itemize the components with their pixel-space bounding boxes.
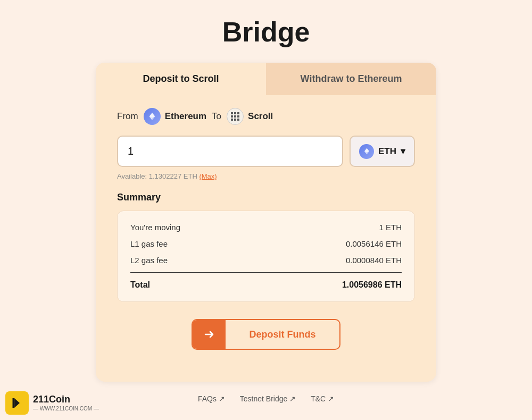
logo-url: — WWW.211COIN.COM — xyxy=(33,406,99,412)
summary-row-l2gas: L2 gas fee 0.0000840 ETH xyxy=(130,256,402,265)
faq-link[interactable]: FAQs ↗ xyxy=(198,394,225,403)
testnet-bridge-link[interactable]: Testnet Bridge ↗ xyxy=(240,394,296,403)
token-label: ETH xyxy=(378,146,396,157)
deposit-button-label: Deposit Funds xyxy=(226,321,339,349)
logo-icon xyxy=(5,391,29,415)
from-to-row: From Ethereum To xyxy=(117,108,415,125)
summary-moving-value: 1 ETH xyxy=(379,223,402,232)
summary-moving-label: You're moving xyxy=(130,223,180,232)
chevron-down-icon: ▾ xyxy=(401,146,405,157)
amount-input[interactable] xyxy=(117,136,343,167)
summary-title: Summary xyxy=(117,192,415,203)
ethereum-icon xyxy=(144,108,161,125)
tnc-link[interactable]: T&C ↗ xyxy=(311,394,334,403)
summary-row-l1gas: L1 gas fee 0.0056146 ETH xyxy=(130,239,402,248)
scroll-icon xyxy=(227,108,244,125)
logo-name: 211Coin xyxy=(33,394,99,406)
svg-marker-6 xyxy=(14,398,20,408)
summary-divider xyxy=(130,272,402,273)
footer-links: FAQs ↗ Testnet Bridge ↗ T&C ↗ xyxy=(198,394,334,403)
tab-withdraw[interactable]: Withdraw to Ethereum xyxy=(266,63,436,95)
summary-row-moving: You're moving 1 ETH xyxy=(130,223,402,232)
summary-l1gas-value: 0.0056146 ETH xyxy=(346,239,402,248)
summary-l1gas-label: L1 gas fee xyxy=(130,239,168,248)
deposit-arrow-icon xyxy=(193,320,226,349)
to-label: To xyxy=(212,111,221,122)
available-text: Available: 1.1302227 ETH (Max) xyxy=(117,172,415,180)
page-title: Bridge xyxy=(222,16,310,48)
summary-box: You're moving 1 ETH L1 gas fee 0.0056146… xyxy=(117,211,415,302)
summary-total-label: Total xyxy=(130,280,150,290)
tab-deposit[interactable]: Deposit to Scroll xyxy=(96,63,266,95)
token-selector-button[interactable]: ETH ▾ xyxy=(350,136,415,167)
input-row: ETH ▾ xyxy=(117,136,415,167)
card-body: From Ethereum To xyxy=(96,95,436,363)
from-label: From xyxy=(117,111,138,122)
from-chain: Ethereum xyxy=(144,108,206,125)
deposit-button[interactable]: Deposit Funds xyxy=(192,319,340,350)
deposit-btn-row: Deposit Funds xyxy=(117,319,415,350)
eth-token-icon xyxy=(359,144,374,159)
logo-text: 211Coin — WWW.211COIN.COM — xyxy=(33,394,99,412)
to-chain: Scroll xyxy=(227,108,273,125)
bridge-card: Deposit to Scroll Withdraw to Ethereum F… xyxy=(96,63,436,382)
max-link[interactable]: (Max) xyxy=(199,172,217,180)
logo-watermark: 211Coin — WWW.211COIN.COM — xyxy=(5,391,99,415)
from-chain-label: Ethereum xyxy=(165,111,206,122)
summary-total-value: 1.0056986 ETH xyxy=(342,280,402,290)
available-amount: Available: 1.1302227 ETH xyxy=(117,172,197,180)
summary-l2gas-value: 0.0000840 ETH xyxy=(346,256,402,265)
tab-bar: Deposit to Scroll Withdraw to Ethereum xyxy=(96,63,436,95)
summary-total-row: Total 1.0056986 ETH xyxy=(130,280,402,290)
to-chain-label: Scroll xyxy=(248,111,273,122)
summary-l2gas-label: L2 gas fee xyxy=(130,256,168,265)
